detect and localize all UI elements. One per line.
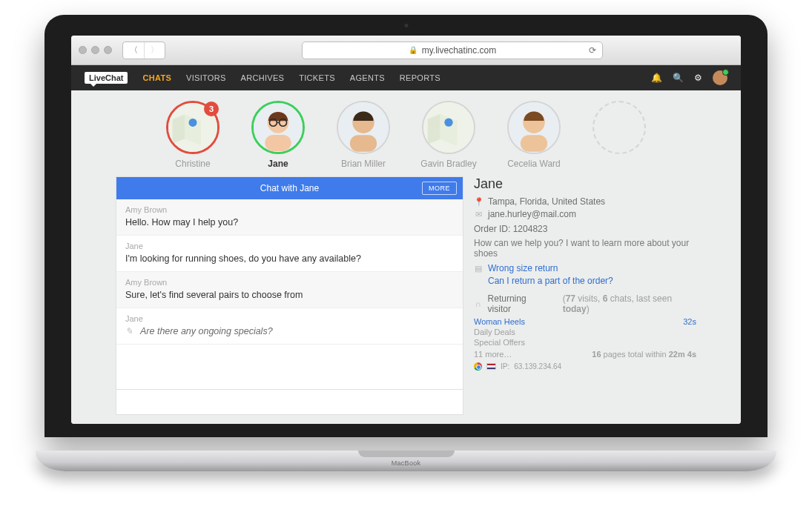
minimize-window-icon[interactable] — [91, 46, 99, 54]
visited-page: Woman Heels32s — [474, 317, 696, 326]
contact-avatar — [251, 101, 305, 154]
returning-visitor-row: ∩ Returning visitor (77 visits, 6 chats,… — [474, 293, 696, 314]
back-button[interactable]: 〈 — [123, 42, 144, 59]
message-input[interactable] — [116, 390, 463, 414]
contact-jane[interactable]: Jane — [243, 101, 314, 169]
visitor-location: Tampa, Florida, United States — [488, 196, 605, 207]
unread-badge: 3 — [204, 102, 219, 116]
messages-list: Amy BrownHello. How may I help you?JaneI… — [116, 199, 463, 389]
message-text: I'm looking for running shoes, do you ha… — [125, 253, 454, 264]
nav-reports[interactable]: REPORTS — [400, 73, 440, 82]
contact-avatar — [337, 101, 390, 154]
search-icon[interactable]: 🔍 — [673, 73, 684, 83]
nav-chats[interactable]: CHATS — [142, 73, 171, 82]
contact-empty — [584, 101, 655, 169]
contact-avatar — [422, 101, 475, 154]
pin-icon: 📍 — [474, 197, 483, 207]
help-question: How can we help you? I want to learn mor… — [474, 238, 696, 259]
doc-icon: ▤ — [474, 264, 483, 273]
message-sender: Jane — [125, 242, 454, 250]
svg-rect-15 — [521, 135, 547, 152]
message-sender: Amy Brown — [125, 278, 454, 287]
url-text: my.livechatinc.com — [422, 45, 496, 56]
maximize-window-icon[interactable] — [104, 46, 112, 54]
macbook-label: MacBook — [392, 459, 421, 467]
visitor-email: jane.hurley@mail.com — [488, 209, 576, 219]
message: Amy BrownHello. How may I help you? — [116, 199, 463, 236]
app-header: LiveChat CHATSVISITORSARCHIVESTICKETSAGE… — [71, 65, 741, 90]
close-window-icon[interactable] — [79, 46, 87, 54]
visitor-details-panel: Jane 📍 Tampa, Florida, United States ✉ j… — [474, 176, 696, 415]
chat-header: Chat with Jane MORE — [116, 177, 463, 199]
composer — [116, 389, 463, 414]
gear-icon[interactable]: ⚙ — [694, 73, 702, 83]
contact-name: Cecelia Ward — [507, 159, 561, 169]
message-text: Hello. How may I help you? — [125, 217, 454, 227]
visited-page: Special Offers — [474, 338, 696, 347]
message-sender: Amy Brown — [125, 205, 454, 214]
nav-agents[interactable]: AGENTS — [350, 73, 385, 82]
chat-title: Chat with Jane — [260, 183, 319, 193]
message: Amy BrownSure, let's find several pairs … — [116, 272, 463, 308]
contact-gavin-bradley[interactable]: Gavin Bradley — [414, 101, 484, 169]
contact-brian-miller[interactable]: Brian Miller — [329, 101, 399, 169]
message-text: Sure, let's find several pairs to choose… — [125, 290, 454, 300]
flag-icon — [486, 363, 496, 370]
forward-button[interactable]: 〉 — [144, 42, 165, 59]
link-wrong-size[interactable]: Wrong size return — [488, 263, 558, 273]
nav-archives[interactable]: ARCHIVES — [241, 73, 285, 82]
link-partial-return[interactable]: Can I return a part of the order? — [488, 276, 696, 286]
message: JaneI'm looking for running shoes, do yo… — [116, 236, 463, 272]
pages-summary: 11 more… 16 pages total within 22m 4s — [474, 350, 696, 359]
visited-page-link[interactable]: Woman Heels — [474, 317, 525, 326]
reload-icon[interactable]: ⟳ — [589, 45, 596, 56]
contact-name: Jane — [268, 159, 288, 169]
contact-name: Gavin Bradley — [420, 159, 476, 169]
headset-icon: ∩ — [474, 299, 483, 308]
more-button[interactable]: MORE — [422, 182, 457, 195]
svg-rect-4 — [265, 135, 291, 151]
nav-buttons: 〈 〉 — [122, 41, 165, 59]
contact-name: Brian Miller — [341, 159, 386, 169]
nav-visitors[interactable]: VISITORS — [186, 73, 226, 82]
ip-row: IP: 63.139.234.64 — [474, 362, 696, 371]
bell-icon[interactable]: 🔔 — [651, 73, 662, 83]
visitor-name: Jane — [474, 176, 696, 192]
logo[interactable]: LiveChat — [85, 72, 128, 84]
message: Jane✎Are there any ongoing specials? — [116, 308, 463, 345]
contact-name: Christine — [175, 159, 210, 169]
lock-icon: 🔒 — [409, 46, 417, 54]
agent-avatar[interactable] — [713, 70, 727, 85]
message-text: ✎Are there any ongoing specials? — [125, 326, 454, 336]
contacts-row: 3ChristineJaneBrian MillerGavin BradleyC… — [71, 90, 741, 172]
contact-avatar — [507, 101, 561, 154]
chat-panel: Chat with Jane MORE Amy BrownHello. How … — [116, 176, 463, 415]
contact-cecelia-ward[interactable]: Cecelia Ward — [499, 101, 570, 169]
window-controls — [79, 46, 112, 54]
chrome-icon — [474, 362, 482, 371]
contact-avatar — [593, 101, 646, 154]
main-nav: CHATSVISITORSARCHIVESTICKETSAGENTSREPORT… — [142, 73, 440, 82]
address-bar[interactable]: 🔒 my.livechatinc.com ⟳ — [302, 41, 603, 59]
order-id-row: Order ID: 1204823 — [474, 224, 696, 234]
mail-icon: ✉ — [474, 210, 483, 219]
browser-toolbar: 〈 〉 🔒 my.livechatinc.com ⟳ — [71, 36, 741, 65]
typing-icon: ✎ — [125, 326, 133, 336]
message-sender: Jane — [125, 314, 454, 323]
nav-tickets[interactable]: TICKETS — [299, 73, 335, 82]
svg-rect-10 — [350, 135, 377, 152]
contact-christine[interactable]: 3Christine — [158, 101, 228, 169]
visited-page: Daily Deals — [474, 328, 696, 336]
contact-avatar: 3 — [166, 101, 219, 154]
